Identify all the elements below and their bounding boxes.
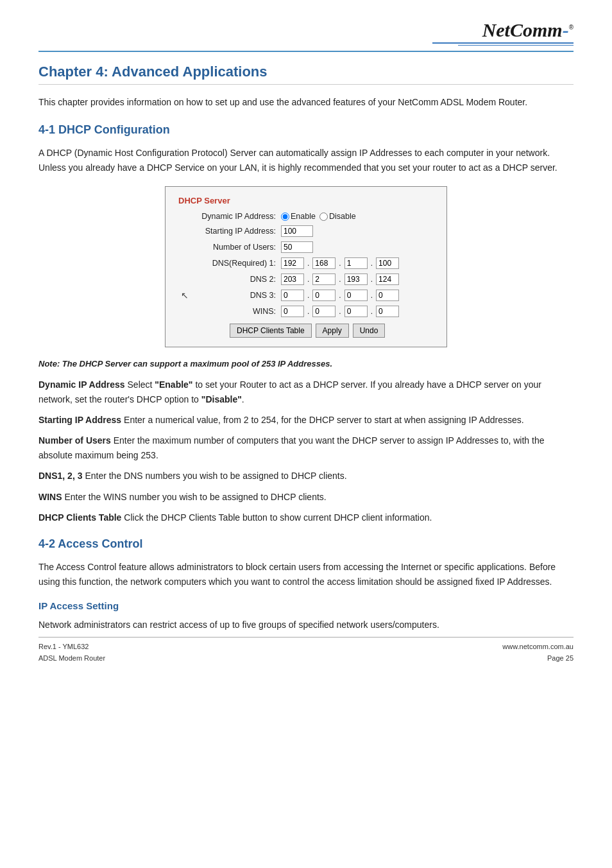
subsection-ip-access-text: Network administrators can restrict acce…: [38, 618, 574, 632]
dhcp-row-starting-ip: Starting IP Address:: [178, 225, 434, 237]
term-starting-ip: Starting IP Address: [38, 415, 121, 425]
dns2-octet1[interactable]: [281, 273, 304, 285]
radio-enable-label[interactable]: Enable: [281, 212, 316, 221]
section-42-title: 4-2 Access Control: [38, 537, 574, 551]
wins-octet1[interactable]: [281, 306, 304, 317]
term-num-users: Number of Users: [38, 435, 111, 446]
section-41-intro: A DHCP (Dynamic Host Configuration Proto…: [38, 146, 574, 175]
dns2-octet4[interactable]: [376, 273, 399, 285]
term-dynamic-ip: Dynamic IP Address: [38, 379, 125, 390]
dhcp-value-dns3: . . .: [281, 290, 399, 301]
dns1-octet4[interactable]: [376, 257, 399, 269]
dhcp-label-num-users: Number of Users:: [178, 243, 281, 252]
footer-right: www.netcomm.com.au Page 25: [502, 641, 574, 664]
wins-octet2[interactable]: [312, 306, 336, 317]
dns1-octet3[interactable]: [344, 257, 368, 269]
footer-product: ADSL Modem Router: [38, 653, 105, 664]
dns3-octet2[interactable]: [312, 290, 336, 301]
footer-left: Rev.1 - YML632 ADSL Modem Router: [38, 641, 105, 664]
dhcp-panel: DHCP Server Dynamic IP Address: Enable D…: [165, 186, 447, 347]
dhcp-value-wins: . . .: [281, 306, 399, 317]
dns3-octet1[interactable]: [281, 290, 304, 301]
dhcp-row-dns3: ↖ DNS 3: . . .: [178, 290, 434, 301]
dhcp-row-dns1: DNS(Required) 1: . . .: [178, 257, 434, 269]
apply-button[interactable]: Apply: [316, 324, 349, 338]
dhcp-buttons: DHCP Clients Table Apply Undo: [178, 324, 434, 338]
desc-starting-ip: Starting IP Address Enter a numerical va…: [38, 413, 574, 427]
logo-text: NetComm-®: [482, 19, 574, 41]
page-footer: Rev.1 - YML632 ADSL Modem Router www.net…: [38, 637, 574, 664]
dhcp-value-num-users: [281, 241, 313, 253]
footer-website: www.netcomm.com.au: [502, 641, 574, 653]
dhcp-label-dns1: DNS(Required) 1:: [178, 259, 281, 268]
dhcp-radio-group: Enable Disable: [281, 212, 356, 221]
chapter-intro: This chapter provides information on how…: [38, 95, 574, 109]
dhcp-row-dns2: DNS 2: . . .: [178, 273, 434, 285]
undo-button[interactable]: Undo: [353, 324, 386, 338]
footer-rev: Rev.1 - YML632: [38, 641, 105, 653]
starting-ip-input[interactable]: [281, 225, 313, 237]
dhcp-note: Note: The DHCP Server can support a maxi…: [38, 359, 574, 369]
term-dns: DNS1, 2, 3: [38, 471, 82, 481]
radio-disable-label[interactable]: Disable: [319, 212, 356, 221]
term-dhcp-clients-table: DHCP Clients Table: [38, 512, 121, 523]
section-41-title: 4-1 DHCP Configuration: [38, 123, 574, 137]
dhcp-row-wins: WINS: . . .: [178, 306, 434, 317]
dns1-octet2[interactable]: [312, 257, 336, 269]
dhcp-panel-wrapper: DHCP Server Dynamic IP Address: Enable D…: [38, 186, 574, 347]
dhcp-value-dns2: . . .: [281, 273, 399, 285]
term-wins: WINS: [38, 492, 62, 502]
radio-enable[interactable]: [281, 213, 289, 221]
dns2-octet3[interactable]: [344, 273, 368, 285]
footer-page: Page 25: [502, 653, 574, 664]
num-users-input[interactable]: [281, 241, 313, 253]
dhcp-label-dynamic-ip: Dynamic IP Address:: [178, 212, 281, 221]
dhcp-value-dns1: . . .: [281, 257, 399, 269]
wins-octet4[interactable]: [376, 306, 399, 317]
desc-dhcp-clients-table: DHCP Clients Table Click the DHCP Client…: [38, 510, 574, 525]
dns3-octet3[interactable]: [344, 290, 368, 301]
page-header: NetComm-®: [38, 19, 574, 52]
dhcp-row-num-users: Number of Users:: [178, 241, 434, 253]
logo-area: NetComm-®: [432, 19, 574, 46]
dhcp-label-dns3: DNS 3:: [191, 291, 281, 300]
desc-num-users: Number of Users Enter the maximum number…: [38, 433, 574, 462]
chapter-title: Chapter 4: Advanced Applications: [38, 64, 574, 85]
wins-octet3[interactable]: [344, 306, 368, 317]
radio-disable[interactable]: [319, 213, 328, 221]
dhcp-clients-table-button[interactable]: DHCP Clients Table: [230, 324, 312, 338]
dns3-octet4[interactable]: [376, 290, 399, 301]
dhcp-label-wins: WINS:: [178, 307, 281, 316]
desc-dns: DNS1, 2, 3 Enter the DNS numbers you wis…: [38, 469, 574, 483]
subsection-ip-access-title: IP Access Setting: [38, 600, 574, 611]
dhcp-label-starting-ip: Starting IP Address:: [178, 227, 281, 236]
desc-dynamic-ip: Dynamic IP Address Select "Enable" to se…: [38, 378, 574, 406]
dhcp-value-starting-ip: [281, 225, 313, 237]
dhcp-row-dynamic-ip: Dynamic IP Address: Enable Disable: [178, 212, 434, 221]
dns1-octet1[interactable]: [281, 257, 304, 269]
section-42-intro: The Access Control feature allows admini…: [38, 560, 574, 589]
dhcp-label-dns2: DNS 2:: [178, 275, 281, 284]
dhcp-panel-title: DHCP Server: [178, 196, 434, 205]
desc-wins: WINS Enter the WINS number you wish to b…: [38, 490, 574, 504]
cursor-icon: ↖: [178, 290, 191, 300]
dns2-octet2[interactable]: [312, 273, 336, 285]
